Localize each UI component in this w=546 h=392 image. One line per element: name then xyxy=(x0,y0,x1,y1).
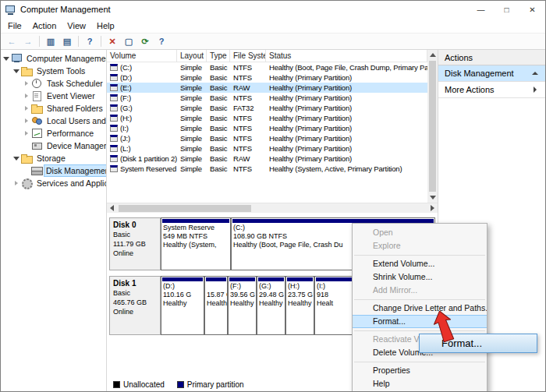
volume-row-f[interactable]: (F:)SimpleBasicNTFSHealthy (Primary Part… xyxy=(107,93,427,103)
tree-item-storage[interactable]: Storage xyxy=(1,152,106,164)
help-button[interactable]: ? xyxy=(82,34,98,48)
tree-item-device-manager[interactable]: Device Manager xyxy=(1,139,106,152)
action-more-actions[interactable]: More Actions xyxy=(438,82,545,98)
partition-name: System Reserve xyxy=(163,224,229,232)
status-cell: Healthy (Primary Partition) xyxy=(266,94,427,102)
action-label: Disk Management xyxy=(445,69,514,78)
chevron-collapsed-icon[interactable] xyxy=(23,92,30,100)
open-icon: ▢ xyxy=(125,37,133,46)
chevron-expanded-icon[interactable] xyxy=(12,154,20,162)
close-button[interactable]: ✕ xyxy=(519,1,545,18)
tree-item-label: Local Users and Groups xyxy=(44,115,106,126)
show-console-tree-button[interactable]: ▥ xyxy=(43,34,58,48)
tree-item-computer-management-local[interactable]: Computer Management (Local xyxy=(1,52,106,65)
chevron-expanded-icon[interactable] xyxy=(2,55,10,62)
menu-help[interactable]: Help xyxy=(91,19,120,32)
scroll-up-button[interactable] xyxy=(427,50,438,60)
disk-header-disk-0[interactable]: Disk 0Basic111.79 GBOnline xyxy=(109,217,161,270)
context-menu-item-shrink-volume[interactable]: Shrink Volume... xyxy=(353,270,487,284)
column-header-file-system[interactable]: File System xyxy=(230,50,266,62)
tree-item-task-scheduler[interactable]: Task Scheduler xyxy=(1,77,106,90)
volume-row-d[interactable]: (D:)SimpleBasicNTFSHealthy (Primary Part… xyxy=(107,72,427,83)
tree-item-local-users-and-groups[interactable]: Local Users and Groups xyxy=(1,115,106,127)
partition-f[interactable]: (F:)39.56 GHealthy xyxy=(228,276,257,335)
help-topics-button[interactable]: ? xyxy=(154,34,169,48)
partition-health: Healthy xyxy=(259,299,283,308)
volume-icon xyxy=(110,135,118,142)
scroll-down-button[interactable] xyxy=(427,192,438,203)
type-cell: Basic xyxy=(207,144,230,153)
partition-name: (H:) xyxy=(288,282,312,291)
volume-row-i[interactable]: (I:)SimpleBasicNTFSHealthy (Primary Part… xyxy=(107,123,427,133)
chevron-right-icon[interactable] xyxy=(531,86,539,94)
chevron-expanded-icon[interactable] xyxy=(12,67,20,75)
delete-volume-button[interactable]: ✕ xyxy=(105,34,120,48)
menu-file[interactable]: File xyxy=(2,19,27,32)
chevron-spacer xyxy=(23,167,30,175)
legend-swatch-primary-partition xyxy=(177,381,184,388)
tree-item-services-and-applications[interactable]: Services and Applications xyxy=(1,177,106,189)
vertical-scroll-thumb[interactable] xyxy=(429,61,436,192)
maximize-button[interactable]: □ xyxy=(494,1,519,18)
volume-horizontal-scrollbar[interactable] xyxy=(107,203,438,213)
minimize-button[interactable]: — xyxy=(468,1,494,18)
volume-row-disk-1-partition-2[interactable]: (Disk 1 partition 2)SimpleBasicRAWHealth… xyxy=(107,154,427,164)
chevron-collapsed-icon[interactable] xyxy=(12,179,20,187)
chevron-collapsed-icon[interactable] xyxy=(23,117,30,125)
partition-text: (H:)23.75 GHealthy xyxy=(286,281,314,309)
open-button[interactable]: ▢ xyxy=(121,34,136,48)
forward-button[interactable]: → xyxy=(20,34,36,48)
context-menu-item-change-drive-letter-and-paths[interactable]: Change Drive Letter and Paths... xyxy=(353,302,487,315)
scroll-left-button[interactable] xyxy=(107,203,117,214)
type-cell: Basic xyxy=(207,94,230,102)
chevron-collapsed-icon[interactable] xyxy=(23,129,30,137)
partition-h[interactable]: (H:)23.75 GHealthy xyxy=(285,276,314,335)
disk-type: Basic xyxy=(113,288,157,298)
column-header-status[interactable]: Status xyxy=(266,50,427,62)
volume-row-h[interactable]: (H:)SimpleBasicNTFSHealthy (Primary Part… xyxy=(107,113,427,123)
tree-item-performance[interactable]: Performance xyxy=(1,127,106,139)
volume-row-l[interactable]: (L:)SimpleBasicNTFSHealthy (Primary Part… xyxy=(107,143,427,154)
volume-row-e[interactable]: (E:)SimpleBasicRAWHealthy (Primary Parti… xyxy=(107,83,427,93)
tree-item-system-tools[interactable]: System Tools xyxy=(1,65,106,77)
partition-name xyxy=(207,282,225,291)
chevron-collapsed-icon[interactable] xyxy=(23,79,30,87)
local-users-and-groups-icon xyxy=(31,116,42,125)
back-button[interactable]: ← xyxy=(4,34,20,48)
action-disk-management[interactable]: Disk Management xyxy=(438,65,545,82)
menu-action[interactable]: Action xyxy=(27,19,62,32)
scroll-right-button[interactable] xyxy=(427,203,438,214)
context-menu-item-extend-volume[interactable]: Extend Volume... xyxy=(353,257,487,270)
column-header-type[interactable]: Type xyxy=(207,50,230,62)
volume-row-system-reserved-k[interactable]: System Reserved (K:)SimpleBasicNTFSHealt… xyxy=(107,164,427,174)
volume-row-c[interactable]: (C:)SimpleBasicNTFSHealthy (Boot, Page F… xyxy=(107,62,427,72)
context-menu-item-format[interactable]: Format... xyxy=(353,315,487,328)
tree-item-label: Computer Management (Local xyxy=(24,53,106,64)
partition-d[interactable]: (D:)110.16 GHealthy xyxy=(161,276,204,335)
chevron-collapsed-icon[interactable] xyxy=(23,104,30,112)
partition-unnamed[interactable]: 15.87 GHealth xyxy=(204,276,228,335)
chevron-up-icon[interactable] xyxy=(531,69,539,77)
horizontal-scroll-thumb[interactable] xyxy=(119,205,251,212)
column-header-layout[interactable]: Layout xyxy=(177,50,207,62)
properties-button[interactable]: ▤ xyxy=(59,34,75,48)
partition-name: (G:) xyxy=(259,282,283,291)
column-header-volume[interactable]: Volume xyxy=(107,50,177,62)
partition-g[interactable]: (G:)29.48 GHealthy xyxy=(257,276,285,335)
disk-header-disk-1[interactable]: Disk 1Basic465.76 GBOnline xyxy=(109,276,161,335)
volume-row-j[interactable]: (J:)SimpleBasicNTFSHealthy (Primary Part… xyxy=(107,133,427,143)
volume-cell: (L:) xyxy=(107,144,177,153)
context-menu-item-properties[interactable]: Properties xyxy=(353,364,487,377)
refresh-button[interactable]: ⟳ xyxy=(137,34,153,48)
partition-system-reserve[interactable]: System Reserve549 MB NTFSHealthy (System… xyxy=(161,217,231,270)
tree-item-event-viewer[interactable]: Event Viewer xyxy=(1,90,106,102)
context-menu-item-help[interactable]: Help xyxy=(353,377,487,390)
volume-vertical-scrollbar[interactable] xyxy=(427,50,438,203)
volume-row-g[interactable]: (G:)SimpleBasicFAT32Healthy (Primary Par… xyxy=(107,103,427,113)
volume-icon xyxy=(110,74,118,81)
tree-item-disk-management[interactable]: Disk Management xyxy=(1,164,106,177)
tree-item-shared-folders[interactable]: Shared Folders xyxy=(1,102,106,115)
tree-item-label: System Tools xyxy=(34,65,87,76)
type-cell: Basic xyxy=(207,124,230,132)
menu-view[interactable]: View xyxy=(62,19,91,32)
